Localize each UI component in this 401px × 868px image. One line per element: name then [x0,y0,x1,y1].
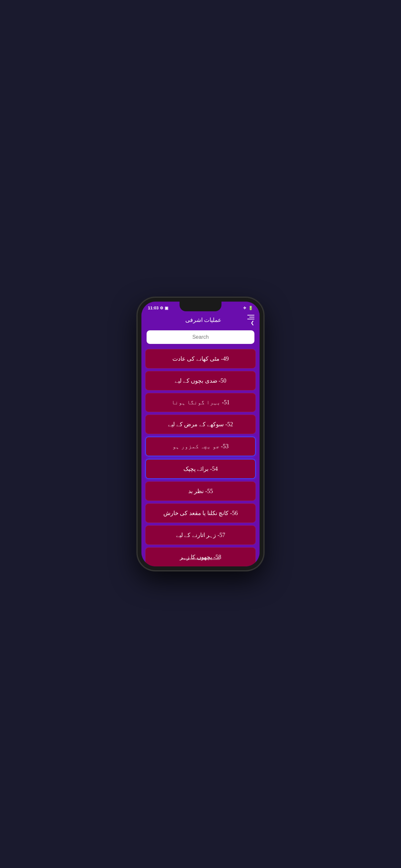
status-right: ✈ 🔋 [243,306,253,310]
list-item[interactable]: 49- مٹی کھانے کی عادت [145,349,256,368]
list-item[interactable]: 58- بچھوں کا زہر [145,547,256,566]
list-item[interactable]: 56- کانچ نکلنا یا مقعد کی خارش [145,503,256,523]
list-item[interactable]: 57- زہر اتارنے کے لیے [145,525,256,545]
list-item[interactable]: 55- نظر بد [145,482,256,501]
settings-icon: ⚙ [160,306,163,310]
status-left: 11:03 ⚙ ▣ [148,306,168,310]
home-indicator [181,558,220,560]
menu-line-1 [247,315,254,315]
list-item[interactable]: 50- ضدی بچوں کے لیے [145,371,256,391]
search-input[interactable] [147,330,254,344]
airplane-icon: ✈ [243,306,246,310]
menu-chevron-icon: ❮ [251,320,254,325]
phone-screen: 11:03 ⚙ ▣ ✈ 🔋 عملیات اشرفی ❮ [142,302,259,566]
page-title: عملیات اشرفی [159,316,247,323]
menu-line-3 [247,319,254,319]
battery-icon: 🔋 [248,306,253,310]
notch [180,302,221,311]
list-item[interactable]: 53- جو بچہ کمزور ہو [145,437,256,456]
list-container: 49- مٹی کھانے کی عادت50- ضدی بچوں کے لیے… [142,348,259,566]
app-header: عملیات اشرفی ❮ [142,312,259,329]
list-item[interactable]: 52- سوکھے کے مرض کے لیے [145,414,256,434]
sim-icon: ▣ [165,306,168,310]
list-item[interactable]: 51- بہرا گونگا ہونا [145,393,256,412]
menu-button[interactable]: ❮ [247,315,254,325]
time-display: 11:03 [148,306,158,310]
search-container [142,329,259,348]
menu-line-2 [249,317,254,317]
phone-frame: 11:03 ⚙ ▣ ✈ 🔋 عملیات اشرفی ❮ [137,298,264,570]
list-item[interactable]: 54- برائے پچپک [145,459,256,479]
